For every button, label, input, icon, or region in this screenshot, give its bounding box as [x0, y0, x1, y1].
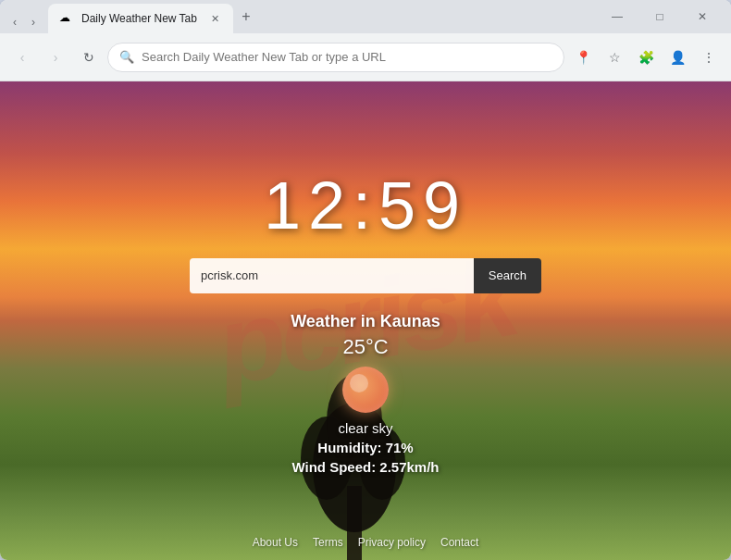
weather-location: Weather in Kaunas: [291, 312, 440, 331]
contact-link[interactable]: Contact: [440, 536, 478, 549]
footer-links: About Us Terms Privacy policy Contact: [0, 536, 731, 549]
forward-nav-button[interactable]: ›: [26, 15, 41, 30]
terms-link[interactable]: Terms: [313, 536, 343, 549]
weather-description: clear sky: [338, 420, 392, 436]
tab-bar: ‹ › ☁ Daily Weather New Tab ✕ + — □ ✕: [0, 0, 731, 33]
about-us-link[interactable]: About Us: [253, 536, 298, 549]
address-input[interactable]: [142, 50, 552, 64]
maximize-button[interactable]: □: [638, 4, 681, 30]
forward-button[interactable]: ›: [41, 43, 70, 72]
back-nav-button[interactable]: ‹: [7, 15, 22, 30]
main-content: pcrisk 12:59 Search Weather in Kaunas: [0, 81, 731, 560]
bookmark-icon-button[interactable]: ☆: [600, 43, 629, 72]
search-bar: Search: [190, 258, 541, 293]
tab-controls-left: ‹ ›: [7, 15, 41, 33]
back-button[interactable]: ‹: [7, 43, 37, 72]
browser-frame: ‹ › ☁ Daily Weather New Tab ✕ + — □ ✕ ‹ …: [0, 0, 731, 560]
menu-icon-button[interactable]: ⋮: [694, 43, 724, 72]
extensions-icon-button[interactable]: 🧩: [631, 43, 661, 72]
reload-button[interactable]: ↻: [74, 43, 104, 72]
weather-widget: Weather in Kaunas 25°C clear sky Humidit…: [291, 312, 440, 475]
search-input[interactable]: [190, 258, 474, 293]
page-content: 12:59 Search Weather in Kaunas 25°C clea…: [0, 81, 731, 560]
minimize-button[interactable]: —: [596, 4, 638, 30]
clock-display: 12:59: [264, 168, 467, 243]
window-controls: — □ ✕: [596, 4, 724, 33]
address-bar-right: 📍 ☆ 🧩 👤 ⋮: [568, 43, 724, 72]
tab-favicon-icon: ☁: [59, 11, 74, 26]
weather-humidity: Humidity: 71%: [317, 440, 413, 455]
address-search-icon: 🔍: [119, 50, 134, 64]
profile-icon-button[interactable]: 👤: [663, 43, 692, 72]
search-button[interactable]: Search: [474, 258, 541, 293]
privacy-policy-link[interactable]: Privacy policy: [358, 536, 426, 549]
close-button[interactable]: ✕: [681, 4, 724, 30]
address-input-wrapper: 🔍: [107, 43, 564, 72]
weather-wind-speed: Wind Speed: 2.57km/h: [291, 459, 439, 475]
tab-close-button[interactable]: ✕: [207, 11, 222, 26]
location-icon-button[interactable]: 📍: [568, 43, 598, 72]
weather-temperature: 25°C: [342, 335, 388, 359]
active-tab[interactable]: ☁ Daily Weather New Tab ✕: [48, 4, 233, 33]
tab-title: Daily Weather New Tab: [81, 12, 200, 25]
new-tab-button[interactable]: +: [233, 4, 259, 30]
address-bar: ‹ › ↻ 🔍 📍 ☆ 🧩 👤 ⋮: [0, 33, 731, 81]
weather-condition-icon: [342, 367, 389, 413]
